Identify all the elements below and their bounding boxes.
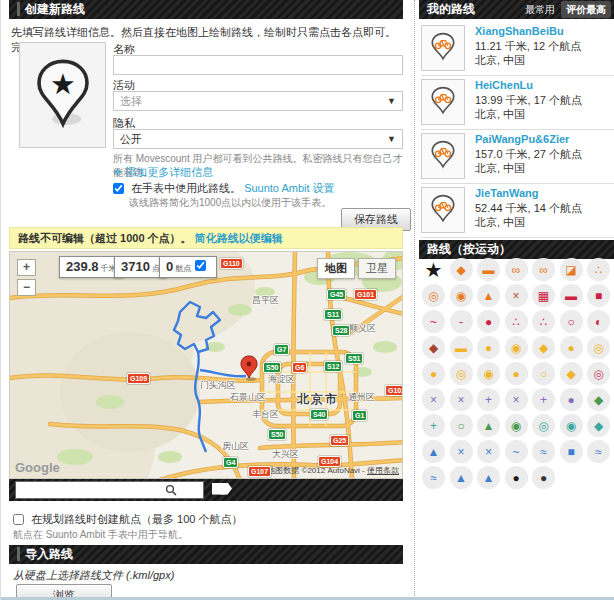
route-icon[interactable] [421, 25, 465, 71]
sport-filter-icon[interactable]: ∴ [587, 258, 610, 281]
sport-filter-icon[interactable]: ◆ [450, 258, 473, 281]
sport-filter-icon[interactable]: ◎ [532, 414, 555, 437]
route-icon[interactable] [421, 187, 465, 233]
sport-filter-icon[interactable]: ○ [560, 310, 583, 333]
privacy-select[interactable]: 公开 ▼ [113, 129, 403, 149]
my-routes-tab[interactable]: 评价最高 [561, 1, 611, 18]
sport-filter-icon[interactable]: ◆ [560, 362, 583, 385]
add-details-link[interactable]: 添加更多详细信息 [125, 166, 213, 178]
sport-filter-icon[interactable]: ● [505, 362, 528, 385]
sport-filter-icon[interactable]: ▲ [477, 284, 500, 307]
sport-filter-icon[interactable]: ◆ [422, 336, 445, 359]
sport-filter-icon[interactable]: ◐ [587, 310, 610, 333]
sport-filter-icon[interactable]: ● [477, 336, 500, 359]
sport-filter-icon[interactable]: × [505, 388, 528, 411]
sport-filter-icon[interactable]: ▲ [450, 466, 473, 489]
sport-filter-icon[interactable]: ● [560, 388, 583, 411]
sport-filter-icon[interactable]: × [450, 388, 473, 411]
zoom-out-button[interactable]: − [17, 279, 36, 296]
name-input[interactable] [113, 55, 403, 75]
sport-filter-icon[interactable]: ● [422, 362, 445, 385]
route-name-link[interactable]: PaiWangPu&6Zier [475, 133, 569, 145]
route-icon-box[interactable]: ★ [19, 42, 106, 148]
sport-filter-icon[interactable]: - [450, 310, 473, 333]
activity-select[interactable]: 选择 ▼ [113, 91, 403, 111]
sport-filter-icon[interactable]: ★ [422, 258, 445, 281]
sport-filter-icon[interactable]: ● [560, 336, 583, 359]
sport-filter-icon[interactable]: ○ [532, 362, 555, 385]
sport-filter-icon[interactable]: ◎ [422, 284, 445, 307]
sport-filter-icon[interactable]: ▲ [477, 466, 500, 489]
sport-filter-icon[interactable]: ■ [587, 284, 610, 307]
sport-filter-icon[interactable]: + [477, 388, 500, 411]
sport-filter-icon[interactable]: ◉ [477, 362, 500, 385]
ambit-settings-link[interactable]: Suunto Ambit 设置 [244, 182, 335, 194]
route-icon[interactable] [421, 79, 465, 125]
sport-filter-icon[interactable]: ◆ [532, 336, 555, 359]
sport-filter-icon[interactable]: × [505, 284, 528, 307]
road-shield: G110 [220, 258, 243, 269]
sport-filter-icon[interactable]: ∴ [532, 310, 555, 333]
route-details: 157.0 千米, 27 个航点 [475, 147, 582, 162]
simplify-route-link[interactable]: 简化路线以便编辑 [195, 232, 283, 244]
terms-link[interactable]: 使用条款 [367, 466, 399, 475]
sport-filter-icon[interactable]: ≈ [532, 440, 555, 463]
by-sport-header: 路线（按运动） [419, 240, 614, 259]
sport-filter-icon[interactable]: ● [477, 310, 500, 333]
sport-filter-icon[interactable]: ~ [505, 440, 528, 463]
sport-filter-icon[interactable]: ∴ [505, 310, 528, 333]
sport-filter-icon[interactable]: ∞ [505, 258, 528, 281]
sport-filter-icon[interactable]: ▬ [450, 336, 473, 359]
sport-filter-icon[interactable]: ▦ [532, 284, 555, 307]
create-waypoints-checkbox[interactable] [13, 514, 24, 525]
sport-filter-icon[interactable]: × [477, 440, 500, 463]
sport-filter-icon[interactable]: ◆ [587, 414, 610, 437]
my-routes-tab[interactable]: 最常用 [525, 4, 555, 15]
sport-filter-icon[interactable]: × [450, 440, 473, 463]
sport-filter-icon[interactable]: ◎ [450, 362, 473, 385]
sport-filter-icon[interactable]: ◎ [587, 362, 610, 385]
sport-filter-icon[interactable]: ● [532, 466, 555, 489]
route-name-link[interactable]: HeiChenLu [475, 79, 533, 91]
sport-filter-icon[interactable]: ▬ [477, 258, 500, 281]
sport-filter-icon[interactable]: ○ [450, 414, 473, 437]
use-in-watch-checkbox[interactable] [113, 183, 124, 194]
route-icon[interactable] [421, 133, 465, 179]
zoom-in-button[interactable]: + [17, 259, 36, 276]
sport-filter-icon[interactable]: ■ [560, 440, 583, 463]
route-name-link[interactable]: JieTanWang [475, 187, 539, 199]
sport-filter-icon[interactable]: ∞ [532, 258, 555, 281]
sport-filter-icon[interactable]: × [422, 388, 445, 411]
route-card: XiangShanBeiBu11.21 千米, 12 个航点北京, 中国 [421, 22, 614, 76]
waypoint-tool-button[interactable] [212, 483, 232, 498]
map-canvas[interactable]: + − 239.8 千米 3710 点 0 航点 地图 卫星 Google 地图… [9, 251, 403, 479]
sport-filter-icon[interactable]: ◉ [505, 414, 528, 437]
sport-filter-icon[interactable]: ≈ [587, 440, 610, 463]
route-name-link[interactable]: XiangShanBeiBu [475, 25, 564, 37]
sport-filter-icon[interactable]: ◉ [505, 336, 528, 359]
sport-filter-icon[interactable]: + [532, 388, 555, 411]
route-details: 11.21 千米, 12 个航点 [475, 39, 581, 54]
sport-filter-icon[interactable]: ≈ [422, 466, 445, 489]
road-shield: G1 [352, 410, 367, 421]
satellite-type-button[interactable]: 卫星 [358, 258, 396, 279]
column-divider [414, 0, 415, 600]
route-location: 北京, 中国 [475, 161, 525, 176]
sport-filter-icon[interactable]: ~ [422, 310, 445, 333]
add-details-row[interactable]: ✛ 添加更多详细信息 [113, 165, 213, 180]
sport-filter-icon[interactable]: ◆ [587, 388, 610, 411]
sport-filter-icon[interactable]: ▲ [422, 440, 445, 463]
sport-filter-icon[interactable]: + [422, 414, 445, 437]
sport-filter-icon[interactable]: ● [505, 466, 528, 489]
sport-filter-icon[interactable]: ◎ [587, 336, 610, 359]
waypoints-checkbox[interactable] [195, 260, 206, 271]
sport-filter-icon[interactable]: ▲ [477, 414, 500, 437]
sport-filter-icon[interactable]: ◪ [560, 258, 583, 281]
road-shield: S11 [324, 309, 342, 320]
sport-filter-icon[interactable]: ◉ [450, 284, 473, 307]
sport-filter-icon[interactable]: ▬ [560, 284, 583, 307]
map-type-button[interactable]: 地图 [317, 258, 355, 279]
road-shield: S51 [345, 353, 363, 364]
sport-filter-icon[interactable]: ◉ [560, 414, 583, 437]
map-district-label: 海淀区 [268, 373, 295, 386]
